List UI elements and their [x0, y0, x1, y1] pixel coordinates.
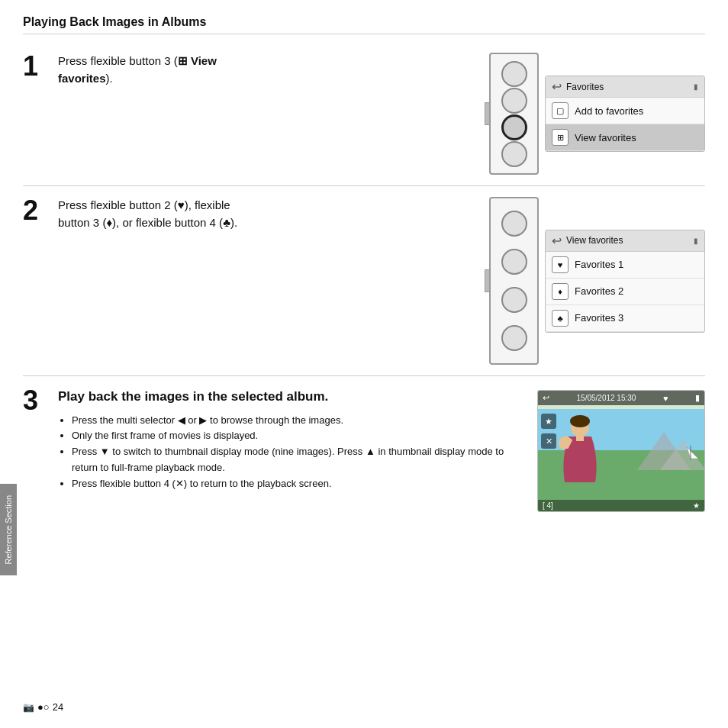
screen-2-header: ↩ View favorites ▮: [546, 230, 704, 252]
fav2-icon: ♦: [552, 283, 569, 300]
cam2-btn-2: [501, 249, 527, 275]
back-arrow-photo: ↩: [543, 393, 549, 403]
step-2-images: ↩ View favorites ▮ ♥ Favorites 1 ♦ Favor…: [485, 197, 705, 365]
battery-icon-2: ▮: [694, 237, 698, 245]
svg-point-5: [570, 415, 590, 427]
step-1-images: ↩ Favorites ▮ ▢ Add to favorites ⊞ View …: [485, 53, 705, 175]
fav2-label: Favorites 2: [575, 285, 623, 297]
step-1-number: 1: [23, 53, 46, 80]
photo-icon-heart: ♥: [663, 394, 668, 403]
screen-1-header-text: Favorites: [566, 82, 604, 92]
person-silhouette: [553, 414, 614, 496]
screen-2-row-2: ♦ Favorites 2: [546, 279, 704, 305]
photo-header: ↩ 15/05/2012 15:30 ♥ ▮: [538, 391, 704, 405]
cam-btn-2: [501, 88, 527, 114]
bullet-3: Press ▼ to switch to thumbnail display m…: [72, 444, 525, 476]
step-3-heading: Play back the images in the selected alb…: [58, 387, 525, 407]
x-side-icon: ✕: [541, 433, 556, 449]
camera-icon: 📷: [23, 702, 34, 713]
row-2-icon: ⊞: [552, 129, 569, 146]
cam-btn-4: [501, 141, 527, 167]
step-2-number: 2: [23, 197, 46, 224]
screen-2-header-text: View favorites: [566, 235, 623, 246]
bullet-4: Press flexible button 4 (✕) to return to…: [72, 476, 525, 492]
step-2-content: Press flexible button 2 (♥), flexible bu…: [58, 197, 472, 231]
step-1-camera: [485, 53, 539, 175]
camera-panel-1: [489, 53, 539, 175]
row-2-label: View favorites: [575, 132, 636, 143]
fav1-label: Favorites 1: [575, 259, 623, 270]
fav3-icon: ♣: [552, 310, 569, 327]
photo-bottom-bar: [ 4] ★: [538, 500, 704, 511]
reference-section-tab: Reference Section: [0, 484, 17, 575]
camera-panel-2: [489, 197, 539, 365]
step-3-section: 3 Play back the images in the selected a…: [23, 376, 705, 523]
cam2-btn-1: [501, 211, 527, 237]
page-title: Playing Back Images in Albums: [23, 15, 705, 34]
page-number-text: 24: [53, 701, 63, 713]
step-1-screen: ↩ Favorites ▮ ▢ Add to favorites ⊞ View …: [545, 76, 705, 152]
fav1-icon: ♥: [552, 256, 569, 273]
svg-rect-6: [576, 435, 584, 441]
photo-count: [ 4]: [543, 501, 553, 510]
step-1-text: Press flexible button 3 (⊞ Viewfavorites…: [58, 53, 472, 87]
step-2-section: 2 Press flexible button 2 (♥), flexible …: [23, 186, 705, 376]
step-2-camera: [485, 197, 539, 365]
photo-datetime: 15/05/2012 15:30: [577, 394, 636, 402]
screen-1-row-1: ▢ Add to favorites: [546, 98, 704, 124]
cam2-btn-3: [501, 287, 527, 313]
step-1-section: 1 Press flexible button 3 (⊞ Viewfavorit…: [23, 42, 705, 186]
cam-btn-3-highlighted: [501, 114, 527, 140]
step-2-text: Press flexible button 2 (♥), flexible bu…: [58, 197, 472, 231]
photo-star-badge: ★: [693, 501, 700, 510]
page-number: ●○: [37, 701, 50, 713]
row-1-label: Add to favorites: [575, 105, 643, 117]
step-3-photo-screen: ↩ 15/05/2012 15:30 ♥ ▮: [537, 390, 705, 512]
mountains: [614, 417, 704, 465]
cam2-btn-4: [501, 325, 527, 351]
fav3-label: Favorites 3: [575, 312, 623, 324]
step-3-images: ↩ 15/05/2012 15:30 ♥ ▮: [537, 390, 705, 512]
battery-icon: ▮: [694, 82, 698, 91]
photo-side-icons: ★ ✕: [541, 414, 556, 449]
screen-2-row-3: ♣ Favorites 3: [546, 305, 704, 332]
cam-btn-1: [501, 61, 527, 87]
back-arrow-2-icon: ↩: [552, 234, 562, 248]
step-2-screen: ↩ View favorites ▮ ♥ Favorites 1 ♦ Favor…: [545, 230, 705, 333]
back-arrow-icon: ↩: [552, 79, 562, 94]
step-3-content: Play back the images in the selected alb…: [58, 387, 525, 491]
bullet-2: Only the first frame of movies is displa…: [72, 428, 525, 444]
screen-2-row-1: ♥ Favorites 1: [546, 252, 704, 279]
bullet-1: Press the multi selector ◀ or ▶ to brows…: [72, 413, 525, 429]
photo-battery: ▮: [695, 393, 700, 403]
row-1-icon: ▢: [552, 102, 569, 119]
step-3-bullets: Press the multi selector ◀ or ▶ to brows…: [58, 413, 525, 492]
step-1-content: Press flexible button 3 (⊞ Viewfavorites…: [58, 53, 472, 87]
screen-1-header: ↩ Favorites ▮: [546, 76, 704, 98]
page-number-area: 📷 ●○ 24: [23, 701, 63, 713]
step-3-number: 3: [23, 387, 46, 414]
screen-1-row-2: ⊞ View favorites: [546, 124, 704, 151]
reference-section-label: Reference Section: [4, 495, 13, 565]
star-side-icon: ★: [541, 414, 556, 429]
